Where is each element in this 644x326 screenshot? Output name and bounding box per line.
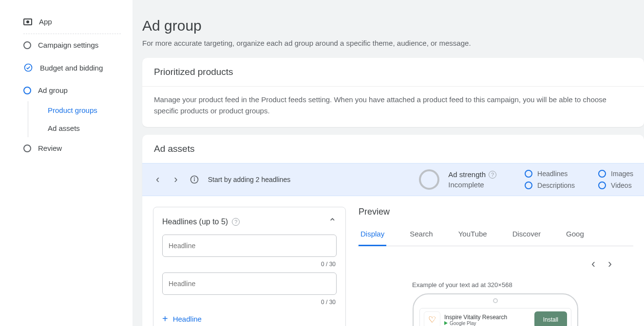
ad-group-substeps: Product groups Ad assets — [28, 101, 133, 137]
card-prioritized-products: Prioritized products Manage your product… — [142, 58, 644, 127]
char-counter: 0 / 30 — [162, 259, 337, 272]
step-label: Campaign settings — [38, 41, 98, 49]
card-title: Prioritized products — [142, 58, 644, 86]
app-icon — [23, 18, 32, 25]
preview-example-note: Example of your text ad at 320×568 — [358, 281, 633, 289]
tab-discover[interactable]: Discover — [511, 225, 543, 246]
plus-icon: + — [162, 313, 168, 325]
card-ad-assets: Ad assets ‹ › Start by adding 2 headline… — [142, 135, 644, 326]
check-icon — [23, 63, 33, 72]
step-label: Ad group — [38, 86, 68, 94]
circle-icon — [23, 41, 31, 49]
preview-prev-icon[interactable]: ‹ — [589, 255, 597, 272]
check-headlines: Headlines — [525, 170, 575, 178]
ring-icon — [525, 181, 532, 189]
substep-product-groups[interactable]: Product groups — [48, 101, 133, 119]
help-icon[interactable]: ? — [489, 171, 496, 179]
app-name: Inspire Vitality Research — [444, 314, 530, 321]
page-title: Ad group — [142, 18, 644, 34]
step-ad-group[interactable]: Ad group — [23, 79, 133, 101]
char-counter: 0 / 30 — [162, 297, 337, 310]
step-label: App — [39, 18, 52, 26]
strength-title-text: Ad strength — [448, 170, 486, 179]
headlines-title: Headlines (up to 5) — [162, 217, 228, 226]
chevron-right-icon[interactable]: › — [171, 171, 180, 188]
check-images: Images — [598, 170, 633, 178]
add-headline-button[interactable]: + Headline — [162, 310, 337, 326]
check-videos: Videos — [598, 181, 633, 189]
tab-search[interactable]: Search — [408, 225, 435, 246]
chevron-up-icon[interactable]: ⌃ — [328, 216, 337, 228]
headline-input-2[interactable] — [162, 272, 337, 295]
card-title: Ad assets — [142, 135, 644, 163]
device-camera-icon — [493, 298, 498, 303]
svg-point-3 — [194, 178, 194, 178]
ring-icon — [598, 181, 606, 189]
circle-icon — [23, 145, 31, 152]
check-descriptions: Descriptions — [525, 181, 575, 189]
svg-point-0 — [25, 64, 32, 72]
strength-checklist: Headlines Images Descriptions Videos — [525, 170, 633, 189]
headline-input-1[interactable] — [162, 235, 337, 257]
page-subtitle: For more accurate targeting, organize ea… — [142, 39, 644, 47]
strength-labels: Ad strength ? Incomplete — [448, 170, 496, 189]
substep-ad-assets[interactable]: Ad assets — [48, 119, 133, 137]
step-app[interactable]: App — [23, 18, 133, 34]
chevron-left-icon[interactable]: ‹ — [153, 171, 162, 188]
info-icon — [189, 175, 199, 184]
ring-icon — [525, 170, 532, 178]
play-icon — [444, 321, 448, 325]
step-review[interactable]: Review — [23, 137, 133, 159]
device-frame: ♡ Inspire Vitality Research Google Play … — [413, 293, 578, 326]
strength-status: Incomplete — [448, 181, 496, 189]
strength-hint: Start by adding 2 headlines — [208, 176, 291, 183]
step-label: Review — [38, 144, 62, 152]
preview-tabs: Display Search YouTube Discover Goog — [358, 225, 633, 246]
app-icon: ♡ — [424, 311, 440, 326]
step-campaign-settings[interactable]: Campaign settings — [23, 34, 133, 56]
circle-icon — [23, 87, 31, 94]
card-body-text: Manage your product feed in the Product … — [142, 87, 644, 127]
ad-strength-bar: ‹ › Start by adding 2 headlines Ad stren… — [142, 163, 644, 196]
app-store-label: Google Play — [444, 321, 530, 326]
tab-display[interactable]: Display — [359, 225, 386, 246]
ad-preview-row: ♡ Inspire Vitality Research Google Play … — [419, 308, 571, 326]
setup-stepper: App Campaign settings Budget and bidding… — [0, 0, 133, 326]
ring-icon — [598, 170, 606, 178]
preview-next-icon[interactable]: › — [606, 255, 614, 272]
step-budget-bidding[interactable]: Budget and bidding — [23, 56, 133, 79]
strength-gauge-icon — [419, 169, 439, 190]
install-button[interactable]: Install — [534, 311, 567, 326]
preview-panel: Preview Display Search YouTube Discover … — [358, 207, 633, 326]
headlines-editor: Headlines (up to 5) ? ⌃ 0 / 30 0 / 30 + … — [153, 207, 346, 326]
step-label: Budget and bidding — [40, 64, 103, 72]
tab-google[interactable]: Goog — [564, 225, 586, 246]
preview-title: Preview — [359, 207, 633, 217]
tab-youtube[interactable]: YouTube — [456, 225, 489, 246]
main-content: Ad group For more accurate targeting, or… — [133, 0, 644, 326]
help-icon[interactable]: ? — [232, 218, 240, 226]
